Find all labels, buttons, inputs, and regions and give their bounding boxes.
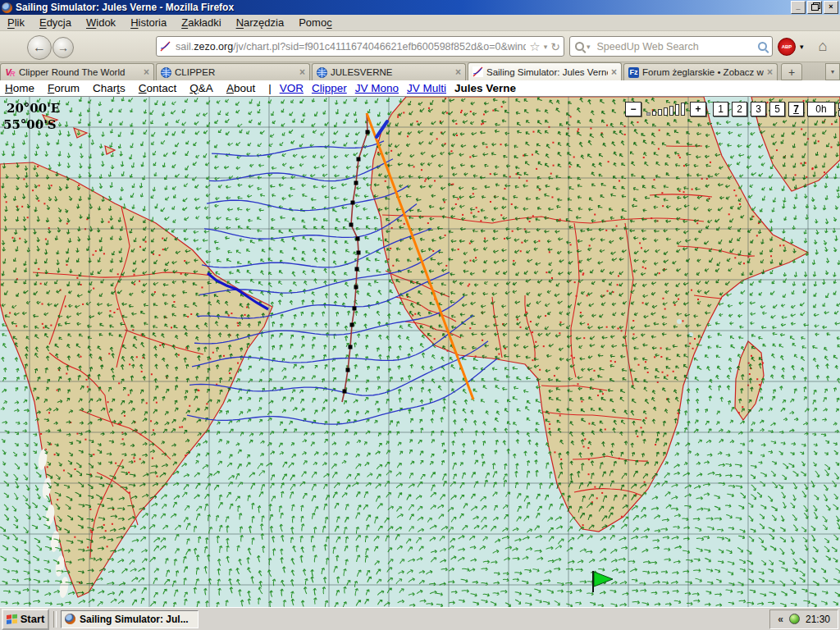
tab-label: Forum żeglarskie • Zobacz wą...	[642, 67, 764, 77]
nav-link-qa[interactable]: Q&A	[189, 82, 213, 94]
search-input[interactable]: ▾ SpeedUp Web Search	[569, 36, 773, 57]
restore-button[interactable]	[807, 1, 822, 14]
new-tab-button[interactable]: +	[781, 63, 802, 80]
tab-close-icon[interactable]: ×	[144, 66, 149, 78]
tab-3[interactable]: JULESVERNE×	[312, 63, 466, 80]
menu-historia[interactable]: Historia	[123, 16, 174, 29]
menu-narzędzia[interactable]: Narzędzia	[229, 16, 292, 29]
tab-close-icon[interactable]: ×	[299, 66, 305, 78]
tab-bar: VRClipper Round The World×CLIPPER×JULESV…	[0, 62, 840, 80]
back-button[interactable]: ←	[27, 35, 52, 60]
adblock-dropdown-icon: ▾	[800, 43, 804, 51]
task-label: Sailing Simulator: Jul...	[80, 614, 189, 625]
clock: 21:30	[806, 614, 830, 625]
navigation-toolbar: ← → sail.zezo.org/jv/chart.pl?sid=f901c4…	[0, 31, 840, 62]
menu-bar: PlikEdycjaWidokHistoriaZakładkiNarzędzia…	[0, 15, 840, 31]
window-title: Sailing Simulator: Jules Verne - Mozilla…	[16, 2, 234, 13]
firefox-icon	[65, 614, 75, 624]
taskbar-separator	[53, 611, 57, 628]
search-placeholder: SpeedUp Web Search	[597, 41, 758, 52]
bookmark-star-icon[interactable]: ☆	[529, 39, 540, 54]
zoom-level-bar-6[interactable]	[675, 104, 679, 116]
zoom-level-bar-7[interactable]	[681, 103, 685, 116]
minimize-button[interactable]: _	[791, 1, 806, 14]
url-path: /jv/chart.pl?sid=f901c4111674046621efb60…	[233, 41, 526, 52]
zoom-level-bar-1[interactable]	[646, 112, 651, 116]
forecast-time-display: 0h	[807, 102, 835, 116]
zoom-level-bar-5[interactable]	[669, 106, 673, 116]
tab-1[interactable]: VRClipper Round The World×	[0, 63, 154, 80]
zoom-in-button[interactable]: +	[690, 102, 706, 116]
url-domain: zezo.org	[194, 41, 233, 52]
tab-close-icon[interactable]: ×	[767, 66, 773, 78]
zoom-level-bar-3[interactable]	[658, 109, 662, 116]
nav-link-about[interactable]: About	[226, 82, 255, 94]
current-race-label: Jules Verne	[454, 82, 516, 94]
desktop: Sailing Simulator: Jules Verne - Mozilla…	[0, 0, 840, 630]
reload-icon[interactable]: ↻	[550, 40, 560, 53]
cursor-coordinates: 20°00'E 55°00'S	[7, 100, 60, 134]
site-navigation: HomeForumChartsContactQ&AAbout | VORClip…	[0, 80, 840, 97]
menu-edycja[interactable]: Edycja	[32, 16, 79, 29]
tab-4[interactable]: Sailing Simulator: Jules Verne×	[468, 62, 622, 80]
taskbar-task-button[interactable]: Sailing Simulator: Jul...	[61, 610, 199, 628]
url-bar[interactable]: sail.zezo.org/jv/chart.pl?sid=f901c41116…	[156, 36, 564, 57]
adblock-icon: ABP	[778, 38, 796, 56]
menu-zakładki[interactable]: Zakładki	[174, 16, 228, 29]
tab-list-button[interactable]: ▾	[825, 63, 840, 80]
nav-separator: |	[268, 82, 272, 94]
coordinate-latitude: 55°00'S	[3, 116, 60, 133]
tray-expand-icon[interactable]: «	[778, 614, 783, 625]
nav-link-charts[interactable]: Charts	[93, 82, 126, 94]
search-engine-dropdown-icon[interactable]: ▾	[587, 43, 591, 51]
firefox-icon	[2, 2, 12, 13]
nav-link-home[interactable]: Home	[5, 82, 34, 94]
menu-widok[interactable]: Widok	[79, 16, 123, 29]
day-button-3[interactable]: 3	[751, 102, 766, 116]
map-canvas[interactable]	[0, 97, 840, 607]
menu-pomoc[interactable]: Pomoc	[291, 16, 339, 29]
start-label: Start	[21, 613, 45, 625]
forecast-day-buttons: 12357	[713, 102, 804, 116]
zoom-level-bar-2[interactable]	[652, 111, 656, 116]
race-link-vor[interactable]: VOR	[280, 82, 304, 94]
zoom-level-indicator[interactable]	[646, 103, 685, 116]
fz-icon: Fz	[628, 67, 639, 78]
day-button-5[interactable]: 5	[769, 102, 785, 116]
url-text: sail.zezo.org/jv/chart.pl?sid=f901c41116…	[176, 41, 526, 52]
search-go-icon[interactable]	[758, 42, 767, 51]
restore-icon	[811, 4, 819, 11]
nav-link-forum[interactable]: Forum	[48, 82, 80, 94]
nav-link-contact[interactable]: Contact	[139, 82, 177, 94]
day-button-1[interactable]: 1	[713, 102, 728, 116]
forward-button[interactable]: →	[52, 37, 74, 58]
tab-5[interactable]: FzForum żeglarskie • Zobacz wą...×	[623, 63, 778, 80]
url-dropdown-icon[interactable]: ▾	[544, 43, 548, 51]
home-button[interactable]: ⌂	[812, 36, 833, 57]
url-prefix: sail.	[176, 41, 194, 52]
race-link-clipper[interactable]: Clipper	[312, 82, 347, 94]
coordinate-longitude: 20°00'E	[7, 100, 60, 116]
race-link-jv-mono[interactable]: JV Mono	[355, 82, 399, 94]
tray-app-icon[interactable]	[789, 614, 800, 624]
day-button-2[interactable]: 2	[732, 102, 747, 116]
zoom-out-button[interactable]: −	[625, 102, 641, 116]
globe-icon	[161, 67, 171, 78]
map-area: 20°00'E 55°00'S − + 12357 0h ▲ ▼ ?	[0, 97, 840, 607]
tab-close-icon[interactable]: ×	[455, 66, 461, 78]
adblock-button[interactable]: ABP ▾	[778, 38, 806, 56]
menu-plik[interactable]: Plik	[0, 16, 32, 29]
search-engine-icon	[575, 42, 584, 51]
tab-2[interactable]: CLIPPER×	[156, 63, 310, 80]
windows-logo-icon	[7, 614, 18, 624]
chart-icon	[472, 66, 483, 77]
tab-close-icon[interactable]: ×	[611, 66, 617, 78]
start-button[interactable]: Start	[2, 609, 49, 630]
globe-icon	[317, 67, 327, 78]
race-links: VORClipperJV MonoJV Multi	[280, 82, 454, 94]
race-link-jv-multi[interactable]: JV Multi	[407, 82, 446, 94]
zoom-level-bar-4[interactable]	[664, 107, 668, 116]
tab-label: CLIPPER	[175, 67, 296, 77]
close-button[interactable]: ×	[824, 1, 838, 14]
day-button-7[interactable]: 7	[788, 102, 804, 116]
